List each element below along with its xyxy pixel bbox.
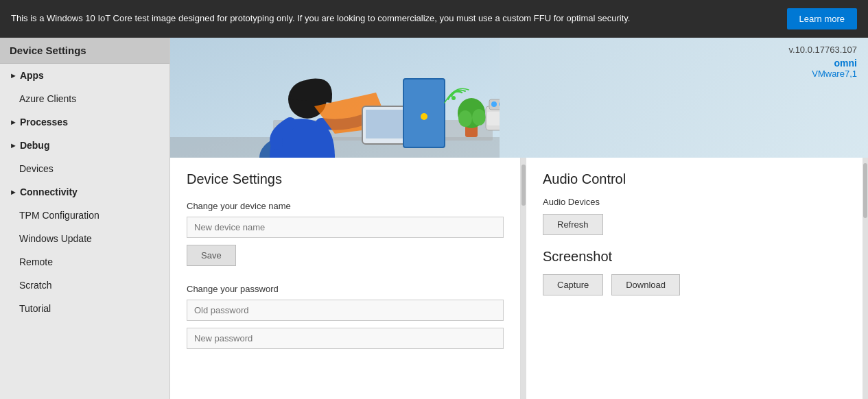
hero-device-name: omni xyxy=(834,58,857,69)
sidebar: Device Settings ► Apps Azure Clients ► P… xyxy=(0,38,170,399)
right-panel-scrollbar[interactable] xyxy=(863,158,868,399)
sidebar-item-azure-clients-label: Azure Clients xyxy=(19,93,76,104)
scrollbar-thumb xyxy=(521,165,526,206)
hero-info: v.10.0.17763.107 omni VMware7,1 xyxy=(500,38,868,158)
device-settings-title: Device Settings xyxy=(187,171,504,187)
hero-illustration xyxy=(170,38,500,158)
right-scrollbar-thumb xyxy=(863,163,867,218)
sidebar-item-devices[interactable]: Devices xyxy=(0,157,169,180)
audio-control-title: Audio Control xyxy=(543,171,846,187)
hero-vm-label: VMware7,1 xyxy=(812,69,857,79)
arrow-icon-2: ► xyxy=(10,118,17,126)
sidebar-item-processes-label: Processes xyxy=(20,117,68,128)
sidebar-item-debug-label: Debug xyxy=(20,140,50,151)
panels: Device Settings Change your device name … xyxy=(170,158,868,399)
screenshot-section: Screenshot Capture Download xyxy=(543,249,846,306)
svg-point-10 xyxy=(421,113,427,120)
old-password-input[interactable] xyxy=(187,300,504,321)
sidebar-item-remote[interactable]: Remote xyxy=(0,250,169,274)
hero-version: v.10.0.17763.107 xyxy=(788,45,857,55)
screenshot-title: Screenshot xyxy=(543,249,846,265)
svg-point-20 xyxy=(451,96,456,100)
sidebar-item-scratch[interactable]: Scratch xyxy=(0,274,169,297)
sidebar-item-apps[interactable]: ► Apps xyxy=(0,64,169,87)
save-button[interactable]: Save xyxy=(187,245,236,266)
learn-more-button[interactable]: Learn more xyxy=(787,8,857,29)
device-name-input[interactable] xyxy=(187,217,504,238)
sidebar-header: Device Settings xyxy=(0,38,169,64)
sidebar-item-remote-label: Remote xyxy=(19,256,53,267)
audio-control-panel: Audio Control Audio Devices Refresh Scre… xyxy=(526,158,863,399)
change-name-label: Change your device name xyxy=(187,201,504,211)
sidebar-item-apps-label: Apps xyxy=(20,70,44,81)
sidebar-item-connectivity[interactable]: ► Connectivity xyxy=(0,180,169,204)
sidebar-item-tutorial[interactable]: Tutorial xyxy=(0,297,169,320)
device-settings-panel: Device Settings Change your device name … xyxy=(170,158,521,399)
sidebar-item-processes[interactable]: ► Processes xyxy=(0,110,169,134)
hero: v.10.0.17763.107 omni VMware7,1 xyxy=(170,38,868,158)
sidebar-item-windows-update[interactable]: Windows Update xyxy=(0,227,169,250)
banner-text: This is a Windows 10 IoT Core test image… xyxy=(11,12,787,25)
arrow-icon: ► xyxy=(10,71,17,80)
sidebar-item-tutorial-label: Tutorial xyxy=(19,303,51,314)
change-password-label: Change your password xyxy=(187,284,504,294)
device-panel-scrollbar[interactable] xyxy=(521,158,526,399)
main-layout: Device Settings ► Apps Azure Clients ► P… xyxy=(0,38,868,399)
banner: This is a Windows 10 IoT Core test image… xyxy=(0,0,868,38)
arrow-icon-3: ► xyxy=(10,141,17,149)
sidebar-item-windows-update-label: Windows Update xyxy=(19,233,92,244)
sidebar-item-connectivity-label: Connectivity xyxy=(20,186,78,197)
sidebar-item-devices-label: Devices xyxy=(19,163,54,174)
capture-button[interactable]: Capture xyxy=(543,274,603,295)
sidebar-item-tpm-label: TPM Configuration xyxy=(19,210,99,221)
sidebar-item-tpm[interactable]: TPM Configuration xyxy=(0,204,169,227)
refresh-button[interactable]: Refresh xyxy=(543,214,603,235)
sidebar-item-azure-clients[interactable]: Azure Clients xyxy=(0,87,169,110)
content-area: v.10.0.17763.107 omni VMware7,1 Device S… xyxy=(170,38,868,399)
svg-point-17 xyxy=(491,101,497,107)
arrow-icon-4: ► xyxy=(10,188,17,196)
sidebar-item-scratch-label: Scratch xyxy=(19,280,51,291)
download-button[interactable]: Download xyxy=(611,274,680,295)
audio-devices-label: Audio Devices xyxy=(543,197,846,207)
sidebar-item-debug[interactable]: ► Debug xyxy=(0,134,169,157)
svg-point-14 xyxy=(472,109,486,125)
svg-rect-19 xyxy=(487,112,500,125)
svg-point-13 xyxy=(458,110,472,127)
new-password-input[interactable] xyxy=(187,328,504,349)
